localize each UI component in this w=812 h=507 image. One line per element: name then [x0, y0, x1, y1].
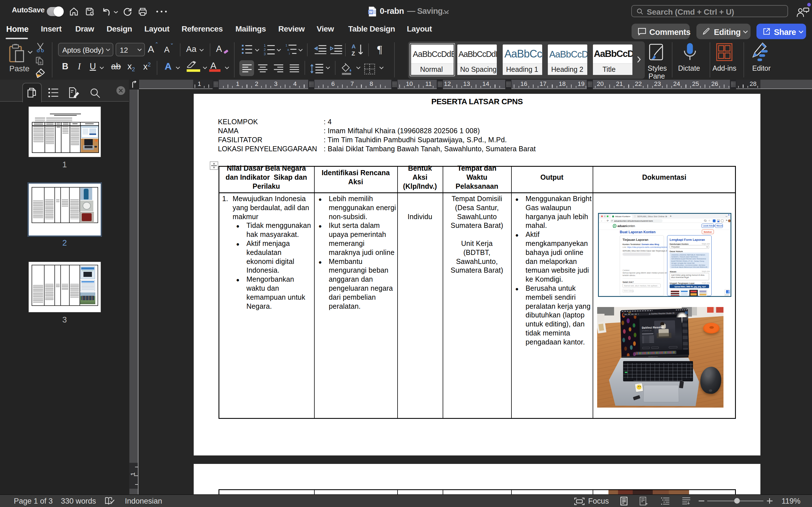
svg-text:W: W	[369, 10, 373, 14]
svg-text:a: a	[287, 48, 289, 51]
svg-text:i: i	[289, 52, 290, 55]
svg-text:1: 1	[264, 44, 266, 48]
svg-text:1: 1	[286, 43, 287, 47]
svg-text:Z: Z	[352, 50, 355, 56]
svg-text:2: 2	[264, 48, 266, 52]
svg-text:A: A	[352, 43, 356, 50]
svg-text:3: 3	[264, 52, 266, 55]
